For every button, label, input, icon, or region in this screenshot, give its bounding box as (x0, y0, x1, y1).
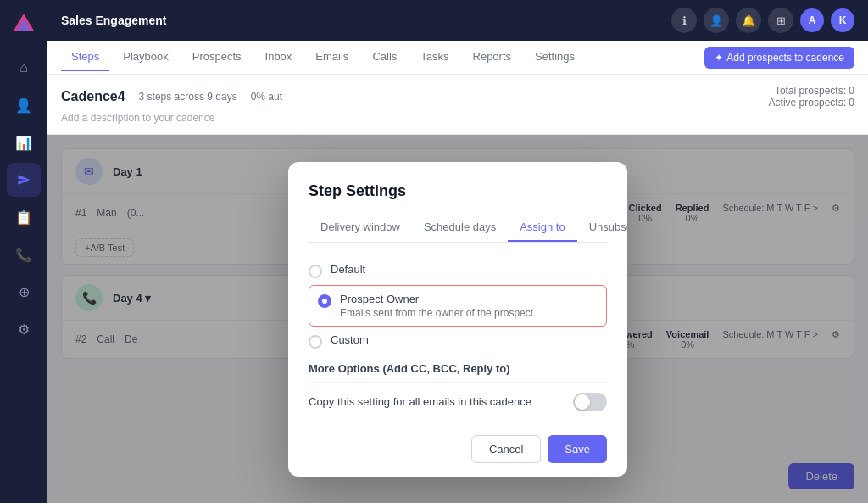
app-logo[interactable] (10, 10, 37, 37)
step-settings-modal: Step Settings Delivery window Schedule d… (288, 162, 627, 477)
modal-overlay: Step Settings Delivery window Schedule d… (47, 135, 868, 503)
more-options-link[interactable]: More Options (Add CC, BCC, Reply to) (309, 362, 607, 375)
sidebar-item-settings[interactable]: ⚙ (7, 312, 41, 346)
tab-calls[interactable]: Calls (362, 43, 407, 71)
copy-setting-toggle[interactable] (573, 393, 607, 411)
sidebar-item-reports[interactable]: 📊 (7, 126, 41, 159)
sidebar-item-home[interactable]: ⌂ (7, 51, 41, 85)
radio-default[interactable] (309, 265, 322, 278)
main-area: Sales Engagement ℹ 👤 🔔 ⊞ A K Steps Playb… (47, 0, 868, 503)
add-icon: ✦ (715, 52, 723, 64)
save-button[interactable]: Save (548, 435, 607, 463)
tab-prospects[interactable]: Prospects (182, 43, 252, 71)
modal-tabs: Delivery window Schedule days Assign to … (309, 214, 607, 243)
cadence-desc: Add a description to your cadence (61, 112, 854, 124)
sidebar-item-notes[interactable]: 📋 (7, 200, 41, 234)
radio-option-default[interactable]: Default (309, 256, 607, 285)
radio-option-prospect-owner[interactable]: Prospect Owner Emails sent from the owne… (309, 285, 607, 327)
cadence-auto: 0% aut (251, 91, 282, 103)
notification-icon-btn[interactable]: 🔔 (736, 8, 761, 33)
add-prospects-button[interactable]: ✦ Add prospects to cadence (704, 47, 854, 69)
modal-tab-unsubscribe[interactable]: Unsubscribe link (577, 214, 627, 242)
topbar-icons: ℹ 👤 🔔 ⊞ A K (671, 8, 854, 33)
sidebar-item-phone[interactable]: 📞 (7, 238, 41, 271)
cadence-header: Cadence4 3 steps across 9 days 0% aut To… (47, 75, 868, 135)
avatar-a[interactable]: A (800, 8, 824, 32)
topbar-title: Sales Engagement (61, 14, 661, 27)
radio-default-label: Default (331, 263, 365, 276)
subnav: Steps Playbook Prospects Inbox Emails Ca… (47, 41, 868, 75)
sidebar-item-contacts[interactable]: 👤 (7, 88, 41, 122)
modal-body: Step Settings Delivery window Schedule d… (288, 162, 627, 422)
cancel-button[interactable]: Cancel (471, 435, 541, 463)
tab-tasks[interactable]: Tasks (410, 43, 459, 71)
sidebar: ⌂ 👤 📊 📋 📞 ⊕ ⚙ (0, 0, 47, 503)
modal-tab-assign[interactable]: Assign to (508, 214, 576, 242)
tab-emails[interactable]: Emails (305, 43, 359, 71)
sidebar-item-integrations[interactable]: ⊕ (7, 275, 41, 309)
radio-prospect-owner-content: Prospect Owner Emails sent from the owne… (340, 293, 536, 319)
tab-inbox[interactable]: Inbox (255, 43, 303, 71)
modal-tab-delivery[interactable]: Delivery window (309, 214, 412, 242)
radio-custom-label: Custom (331, 333, 369, 346)
cadence-meta: 3 steps across 9 days (139, 91, 237, 103)
tab-reports[interactable]: Reports (463, 43, 522, 71)
topbar: Sales Engagement ℹ 👤 🔔 ⊞ A K (47, 0, 868, 41)
toggle-knob (575, 394, 590, 410)
sidebar-item-send[interactable] (7, 163, 41, 197)
app-shell: ⌂ 👤 📊 📋 📞 ⊕ ⚙ Sales Engagement ℹ 👤 🔔 ⊞ A… (0, 0, 868, 503)
modal-footer: Cancel Save (288, 422, 627, 477)
toggle-row: Copy this setting for all emails in this… (309, 382, 607, 422)
user-icon-btn[interactable]: 👤 (704, 8, 729, 33)
active-prospects: Active prospects: 0 (769, 97, 854, 109)
avatar-k[interactable]: K (831, 8, 854, 32)
grid-icon-btn[interactable]: ⊞ (768, 8, 793, 33)
total-prospects: Total prospects: 0 (769, 85, 854, 97)
tab-playbook[interactable]: Playbook (113, 43, 178, 71)
radio-custom[interactable] (309, 335, 322, 349)
cadence-name: Cadence4 (61, 89, 125, 104)
radio-option-custom[interactable]: Custom (309, 327, 607, 355)
cadence-stats: Total prospects: 0 Active prospects: 0 (769, 85, 854, 109)
modal-title: Step Settings (309, 182, 607, 200)
tab-steps[interactable]: Steps (61, 43, 109, 71)
tab-settings[interactable]: Settings (525, 43, 585, 71)
info-icon-btn[interactable]: ℹ (671, 8, 697, 33)
modal-tab-schedule[interactable]: Schedule days (412, 214, 508, 242)
toggle-label: Copy this setting for all emails in this… (309, 395, 531, 408)
radio-prospect-owner[interactable] (318, 294, 331, 308)
content-area: ✉ Day 1 #1 Man (0... ued: 0 Completed: 0… (47, 135, 868, 503)
